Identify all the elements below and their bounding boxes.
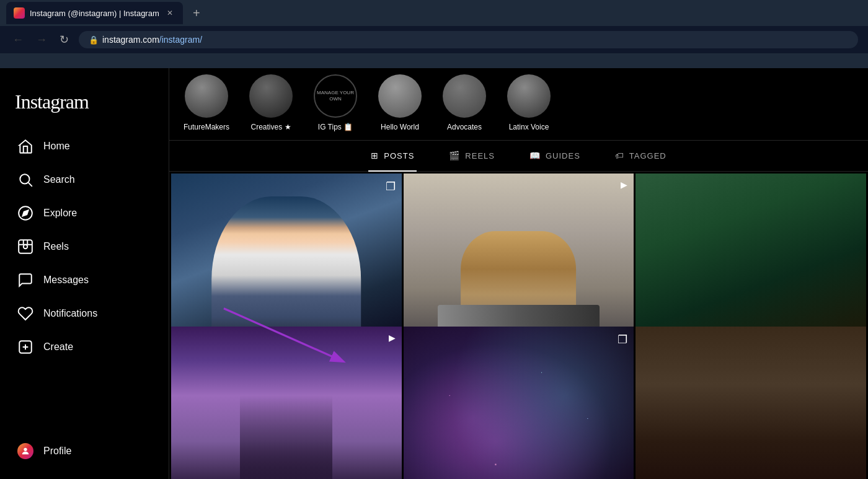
app-layout: Instagram Home bbox=[0, 68, 868, 479]
story-label-igtips: IG Tips 📋 bbox=[318, 123, 353, 131]
messages-label: Messages bbox=[43, 275, 89, 286]
story-item-futuremakers[interactable]: FutureMakers bbox=[182, 74, 231, 131]
profile-label: Profile bbox=[43, 446, 71, 457]
posts-tab-label: POSTS bbox=[384, 151, 414, 160]
story-item-helloworld[interactable]: Hello World bbox=[375, 74, 425, 131]
story-label-futuremakers: FutureMakers bbox=[184, 123, 229, 131]
explore-label: Explore bbox=[43, 208, 77, 219]
tab-posts[interactable]: ⊞ POSTS bbox=[368, 141, 417, 172]
sidebar-item-profile[interactable]: Profile bbox=[7, 436, 161, 467]
notifications-icon bbox=[17, 305, 33, 322]
post-4[interactable]: ▶ bbox=[171, 327, 402, 480]
messages-icon bbox=[17, 272, 33, 288]
tab-tagged[interactable]: 🏷 TAGGED bbox=[613, 141, 669, 172]
posts-tab-icon: ⊞ bbox=[371, 151, 379, 160]
instagram-logo: Instagram bbox=[0, 81, 169, 131]
home-label: Home bbox=[43, 141, 70, 152]
sidebar-nav: Home Search bbox=[0, 131, 169, 363]
posts-grid: ❐ ▶ ▶ ❐ bbox=[169, 172, 868, 479]
guides-tab-label: GUIDES bbox=[546, 151, 580, 160]
story-item-latinxvoice[interactable]: Latinx Voice bbox=[504, 74, 554, 131]
sidebar-item-home[interactable]: Home bbox=[7, 131, 161, 162]
story-label-creatives: Creatives ★ bbox=[250, 123, 291, 131]
tab-bar: Instagram (@instagram) | Instagram ✕ + bbox=[0, 0, 868, 26]
story-item-igtips[interactable]: MANAGE YOUR OWN IG Tips 📋 bbox=[311, 74, 360, 131]
sidebar-item-search[interactable]: Search bbox=[7, 164, 161, 195]
tab-guides[interactable]: 📖 GUIDES bbox=[527, 141, 583, 172]
sidebar: Instagram Home bbox=[0, 68, 169, 479]
story-avatar-creatives bbox=[249, 74, 293, 118]
reels-icon bbox=[17, 239, 33, 255]
search-label: Search bbox=[43, 174, 75, 185]
post-5-overlay-icon: ❐ bbox=[618, 333, 627, 346]
story-avatar-latinxvoice bbox=[507, 74, 551, 118]
notifications-label: Notifications bbox=[43, 308, 97, 319]
address-bar: ← → ↻ 🔒 instagram.com/instagram/ bbox=[0, 26, 868, 53]
tab-favicon bbox=[14, 7, 25, 19]
tab-reels[interactable]: 🎬 REELS bbox=[446, 141, 497, 172]
story-avatar-futuremakers bbox=[185, 74, 228, 118]
story-item-advocates[interactable]: Advocates bbox=[440, 74, 489, 131]
story-avatar-igtips: MANAGE YOUR OWN bbox=[314, 74, 357, 118]
sidebar-item-explore[interactable]: Explore bbox=[7, 198, 161, 229]
tab-close-button[interactable]: ✕ bbox=[164, 7, 175, 19]
profile-tabs: ⊞ POSTS 🎬 REELS 📖 GUIDES 🏷 TAGGED bbox=[169, 141, 868, 172]
sidebar-item-messages[interactable]: Messages bbox=[7, 265, 161, 296]
home-icon bbox=[17, 138, 33, 154]
main-content: FutureMakers Creatives ★ MANAGE YOUR OWN… bbox=[169, 68, 868, 479]
story-label-latinxvoice: Latinx Voice bbox=[509, 123, 549, 131]
create-label: Create bbox=[43, 341, 73, 353]
url-input[interactable]: 🔒 instagram.com/instagram/ bbox=[79, 31, 858, 48]
svg-point-0 bbox=[20, 174, 29, 183]
explore-icon bbox=[17, 205, 33, 221]
post-6[interactable] bbox=[636, 327, 866, 480]
svg-line-1 bbox=[29, 183, 32, 187]
forward-button[interactable]: → bbox=[33, 31, 50, 49]
active-tab[interactable]: Instagram (@instagram) | Instagram ✕ bbox=[6, 2, 183, 24]
sidebar-item-reels[interactable]: Reels bbox=[7, 231, 161, 262]
sidebar-bottom: Profile bbox=[0, 436, 169, 467]
post-2-overlay-icon: ▶ bbox=[621, 180, 627, 190]
post-4-overlay-icon: ▶ bbox=[389, 333, 396, 343]
reload-button[interactable]: ↻ bbox=[57, 30, 71, 49]
svg-marker-3 bbox=[22, 210, 28, 216]
sidebar-item-notifications[interactable]: Notifications bbox=[7, 298, 161, 329]
reels-label: Reels bbox=[43, 241, 69, 252]
tagged-tab-icon: 🏷 bbox=[615, 151, 624, 160]
browser-chrome: Instagram (@instagram) | Instagram ✕ + ←… bbox=[0, 0, 868, 68]
search-icon bbox=[17, 172, 33, 188]
post-5[interactable]: ❐ bbox=[404, 327, 634, 480]
reels-tab-label: REELS bbox=[465, 151, 495, 160]
new-tab-button[interactable]: + bbox=[185, 2, 208, 24]
svg-rect-4 bbox=[19, 240, 32, 253]
guides-tab-icon: 📖 bbox=[529, 151, 541, 160]
lock-icon: 🔒 bbox=[89, 35, 99, 45]
url-display: instagram.com/instagram/ bbox=[102, 35, 202, 45]
sidebar-item-create[interactable]: Create bbox=[7, 332, 161, 363]
profile-avatar bbox=[17, 443, 33, 459]
story-item-creatives[interactable]: Creatives ★ bbox=[246, 74, 296, 131]
reels-tab-icon: 🎬 bbox=[449, 151, 460, 160]
tagged-tab-label: TAGGED bbox=[629, 151, 666, 160]
story-label-helloworld: Hello World bbox=[381, 123, 419, 131]
story-label-advocates: Advocates bbox=[447, 123, 482, 131]
story-avatar-advocates bbox=[443, 74, 486, 118]
post-1-overlay-icon: ❐ bbox=[386, 180, 396, 193]
story-avatar-helloworld bbox=[378, 74, 422, 118]
svg-point-5 bbox=[24, 245, 28, 249]
back-button[interactable]: ← bbox=[10, 31, 26, 49]
create-icon bbox=[17, 339, 33, 355]
tab-title: Instagram (@instagram) | Instagram bbox=[30, 9, 159, 18]
svg-point-12 bbox=[24, 448, 27, 451]
stories-strip: FutureMakers Creatives ★ MANAGE YOUR OWN… bbox=[169, 68, 868, 141]
